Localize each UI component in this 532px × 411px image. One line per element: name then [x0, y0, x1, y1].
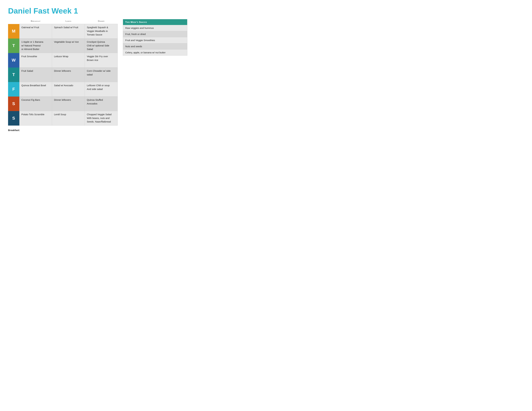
col-header-breakfast: Breakfast [19, 19, 52, 24]
day-cell-0: M [8, 24, 19, 38]
col-header-dinner: Dinner [85, 19, 118, 24]
dinner-cell-3: Corn Chowder w/ sidesalad [85, 67, 118, 82]
day-cell-5: S [8, 97, 19, 111]
day-cell-2: W [8, 53, 19, 67]
breakfast-cell-4: Quinoa Breakfast Bowl [19, 82, 52, 97]
day-cell-1: T [8, 38, 19, 53]
breakfast-cell-2: Fruit Smoothie [19, 53, 52, 67]
breakfast-cell-3: Fruit Salad [19, 67, 52, 82]
meal-table: Breakfast Lunch Dinner MOatmeal w/ Fruit… [8, 19, 118, 126]
snack-item-3: Nuts and seeds [123, 43, 187, 49]
breakfast-cell-0: Oatmeal w/ Fruit [19, 24, 52, 38]
lunch-cell-3: Dinner leftovers [52, 67, 85, 82]
footer-label: Breakfast: [8, 129, 524, 131]
col-header-lunch: Lunch [52, 19, 85, 24]
lunch-cell-5: Dinner leftovers [52, 97, 85, 111]
lunch-cell-6: Lentil Soup [52, 111, 85, 126]
breakfast-cell-6: Potato Tofu Scramble [19, 111, 52, 126]
col-header-day [8, 19, 19, 24]
lunch-cell-0: Spinach Salad w/ Fruit [52, 24, 85, 38]
dinner-cell-0: Spaghetti Squash &Veggie Meatballs inTom… [85, 24, 118, 38]
snack-item-1: Fruit, fresh or dried [123, 31, 187, 37]
meal-table-wrap: Breakfast Lunch Dinner MOatmeal w/ Fruit… [8, 19, 118, 126]
page-title: Daniel Fast Week 1 [8, 6, 524, 15]
lunch-cell-2: Lettuce Wrap [52, 53, 85, 67]
breakfast-cell-5: Coconut Fig Bars [19, 97, 52, 111]
snack-item-0: Raw veggies and hummus [123, 25, 187, 31]
dinner-cell-2: Veggie Stir Fry overBrown rice [85, 53, 118, 67]
snacks-list: Raw veggies and hummusFruit, fresh or dr… [123, 25, 187, 56]
snack-item-4: Celery, apple, or banana w/ nut butter [123, 49, 187, 56]
dinner-cell-5: Quinoa StuffedAvocados [85, 97, 118, 111]
dinner-cell-6: Chopped Veggie SaladWith beans, nuts and… [85, 111, 118, 126]
main-layout: Breakfast Lunch Dinner MOatmeal w/ Fruit… [8, 19, 524, 126]
snack-item-2: Fruit and Veggie Smoothies [123, 37, 187, 43]
snacks-header: This Week's Snacks [123, 19, 187, 25]
dinner-cell-4: Leftover Chili or soupAnd side salad [85, 82, 118, 97]
snacks-panel: This Week's Snacks Raw veggies and hummu… [123, 19, 187, 56]
breakfast-cell-1: 1 Apple or 1 Bananaw/ Natural Peanutor A… [19, 38, 52, 53]
day-cell-3: T [8, 67, 19, 82]
day-cell-4: F [8, 82, 19, 97]
day-cell-6: S [8, 111, 19, 126]
lunch-cell-1: Vegetable Soup w/ rice [52, 38, 85, 53]
lunch-cell-4: Salad w/ Avocado [52, 82, 85, 97]
dinner-cell-1: Crockpot QuinoaChili w/ optional SideSal… [85, 38, 118, 53]
